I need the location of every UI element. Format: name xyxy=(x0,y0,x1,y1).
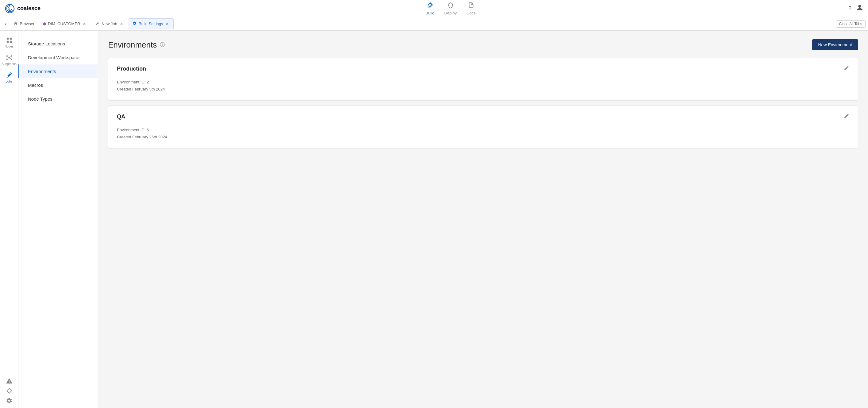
logo-area: coalesce xyxy=(5,4,40,13)
env-name-production: Production xyxy=(117,66,146,72)
tab-dim-customer-close[interactable]: ✕ xyxy=(82,22,87,26)
user-button[interactable] xyxy=(856,4,863,12)
diamond-icon[interactable] xyxy=(5,387,13,395)
svg-rect-2 xyxy=(9,38,11,39)
sidebar-item-subgraphs[interactable]: Subgraphs xyxy=(0,52,18,68)
tab-browser[interactable]: Browser xyxy=(9,19,38,29)
home-icon xyxy=(13,21,18,26)
tab-dim-customer-label: DIM_CUSTOMER xyxy=(48,22,80,26)
env-card-header-qa: QA xyxy=(117,113,849,120)
sidebar-icons: Nodes Subgraphs Jobs xyxy=(0,31,19,408)
tab-build-settings-label: Build Settings xyxy=(139,22,163,26)
settings-menu-macros[interactable]: Macros xyxy=(19,78,98,92)
svg-line-11 xyxy=(10,57,11,57)
jobs-label: Jobs xyxy=(6,80,12,83)
env-meta-production: Environment ID: 2 Created February 5th 2… xyxy=(117,79,849,93)
sidebar-bottom-icons xyxy=(5,377,13,408)
tab-build-settings[interactable]: Build Settings ✕ xyxy=(129,19,174,29)
tab-new-job-label: New Job xyxy=(102,22,117,26)
deploy-icon xyxy=(447,2,454,10)
svg-rect-4 xyxy=(9,41,11,43)
logo-icon xyxy=(5,4,15,13)
tab-dim-customer[interactable]: DIM_CUSTOMER ✕ xyxy=(39,19,91,29)
wrench-icon xyxy=(95,21,100,26)
edit-qa-button[interactable] xyxy=(844,113,849,120)
tab-build-settings-close[interactable]: ✕ xyxy=(165,22,170,26)
dim-customer-dot-icon xyxy=(43,22,46,26)
page-title: Environments ⓘ xyxy=(108,40,165,50)
jobs-icon xyxy=(6,72,12,79)
env-card-header-production: Production xyxy=(117,65,849,72)
content-header: Environments ⓘ New Environment xyxy=(108,39,858,50)
tab-browser-label: Browser xyxy=(20,22,34,26)
nav-tab-deploy-label: Deploy xyxy=(444,11,456,15)
help-button[interactable]: ? xyxy=(848,5,851,12)
svg-line-13 xyxy=(10,58,11,59)
docs-icon xyxy=(468,2,474,10)
svg-point-5 xyxy=(8,57,10,59)
svg-line-10 xyxy=(7,57,8,57)
nodes-icon xyxy=(6,37,12,43)
info-icon[interactable]: ⓘ xyxy=(160,42,165,48)
edit-production-button[interactable] xyxy=(844,65,849,72)
env-id-production: Environment ID: 2 xyxy=(117,79,849,86)
content-area: Environments ⓘ New Environment Productio… xyxy=(98,31,868,408)
build-icon xyxy=(427,2,433,10)
nav-tab-docs[interactable]: Docs xyxy=(467,2,476,15)
subgraphs-label: Subgraphs xyxy=(2,62,16,66)
settings-menu-dev-workspace[interactable]: Development Workspace xyxy=(19,51,98,64)
sidebar-item-jobs[interactable]: Jobs xyxy=(0,69,18,86)
env-created-production: Created February 5th 2024 xyxy=(117,86,849,93)
svg-rect-1 xyxy=(6,38,8,39)
sidebar-collapse-button[interactable]: ‹ xyxy=(2,19,9,29)
env-id-qa: Environment ID: 6 xyxy=(117,126,849,133)
nodes-label: Nodes xyxy=(5,45,13,48)
svg-rect-3 xyxy=(6,41,8,43)
nav-tab-docs-label: Docs xyxy=(467,11,476,15)
tab-bar: ‹ Browser DIM_CUSTOMER ✕ New Job ✕ xyxy=(0,17,868,31)
app-logo-text: coalesce xyxy=(17,5,40,12)
main-layout: Nodes Subgraphs Jobs xyxy=(0,31,868,408)
top-nav: coalesce Build Deploy Docs ? xyxy=(0,0,868,17)
nav-right: ? xyxy=(848,4,863,12)
tab-bar-left: ‹ Browser DIM_CUSTOMER ✕ New Job ✕ xyxy=(2,19,836,29)
nav-tab-build[interactable]: Build xyxy=(426,2,435,15)
warning-icon[interactable] xyxy=(5,377,13,385)
environment-card-qa: QA Environment ID: 6 Created February 26… xyxy=(108,105,858,149)
settings-menu-environments[interactable]: Environments xyxy=(19,64,98,78)
sidebar-item-nodes[interactable]: Nodes xyxy=(0,34,18,51)
env-meta-qa: Environment ID: 6 Created February 26th … xyxy=(117,126,849,141)
environment-card-production: Production Environment ID: 2 Created Feb… xyxy=(108,58,858,101)
nav-center-tabs: Build Deploy Docs xyxy=(53,2,848,15)
settings-icon[interactable] xyxy=(5,397,13,404)
tab-new-job-close[interactable]: ✕ xyxy=(119,22,124,26)
nav-tab-build-label: Build xyxy=(426,11,435,15)
env-created-qa: Created February 26th 2024 xyxy=(117,133,849,140)
svg-line-12 xyxy=(7,58,8,59)
nav-tab-deploy[interactable]: Deploy xyxy=(444,2,456,15)
close-all-tabs-button[interactable]: Close All Tabs xyxy=(836,20,866,28)
subgraphs-icon xyxy=(6,54,12,61)
gear-icon xyxy=(133,21,137,26)
settings-menu-node-types[interactable]: Node Types xyxy=(19,92,98,106)
new-environment-button[interactable]: New Environment xyxy=(812,39,859,50)
settings-sidebar: Storage Locations Development Workspace … xyxy=(19,31,98,408)
tab-new-job[interactable]: New Job ✕ xyxy=(91,19,128,29)
env-name-qa: QA xyxy=(117,114,125,120)
settings-menu-storage-locations[interactable]: Storage Locations xyxy=(19,37,98,51)
